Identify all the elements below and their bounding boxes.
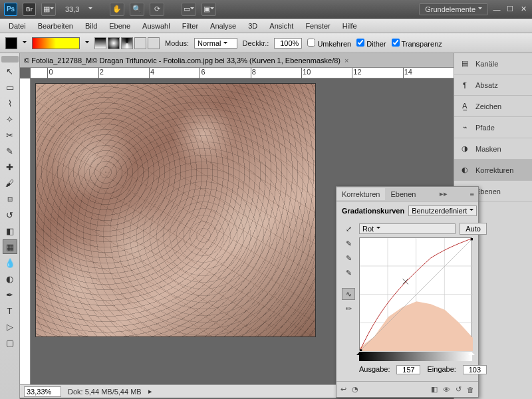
tab-close-icon[interactable]: × [344, 57, 348, 65]
gradient-linear-icon[interactable] [94, 37, 106, 49]
dither-checkbox[interactable]: Dither [356, 39, 386, 48]
menu-fenster[interactable]: Fenster [299, 20, 336, 32]
eyedropper-black-icon[interactable]: ✎ [342, 237, 355, 249]
menu-analyse[interactable]: Analyse [204, 20, 242, 32]
preset-dropdown[interactable]: Benutzerdefiniert [408, 205, 477, 216]
opacity-input[interactable]: 100% [274, 38, 302, 49]
pencil-mode-icon[interactable]: ✏ [342, 303, 355, 315]
bridge-icon[interactable]: Br [23, 3, 36, 16]
delete-icon[interactable]: 🗑 [467, 386, 474, 394]
output-input[interactable] [396, 365, 420, 374]
eraser-tool-icon[interactable]: ◧ [3, 223, 17, 238]
eyedropper-tool-icon[interactable]: ✎ [3, 144, 17, 158]
gradient-angle-icon[interactable] [121, 37, 133, 49]
status-doc-info: Dok: 5,44 MB/5,44 MB [68, 388, 142, 396]
maximize-icon[interactable]: ☐ [505, 5, 515, 13]
layout-dropdown[interactable]: ▦ [41, 3, 56, 16]
toolbar: ↖ ▭ ⌇ ✧ ✂ ✎ ✚ 🖌 ⧈ ↺ ◧ ▦ 💧 ◐ ✒ T ▷ ▢ [0, 53, 20, 399]
target-adjust-icon[interactable]: ⤢ [342, 223, 355, 235]
panel-pfade[interactable]: ⌁Pfade [454, 117, 532, 138]
menu-filter[interactable]: Filter [176, 20, 204, 32]
history-brush-icon[interactable]: ↺ [3, 207, 17, 222]
panel-tab-korrekturen[interactable]: Korrekturen [336, 188, 385, 200]
status-zoom-input[interactable] [24, 386, 61, 397]
curve-mode-icon[interactable]: ∿ [342, 288, 355, 300]
foreground-swatch[interactable] [5, 37, 17, 49]
arrange-dropdown[interactable]: ▭ [182, 3, 196, 16]
adjustments-icon: ◐ [460, 165, 470, 176]
mode-select[interactable]: Normal [194, 38, 237, 49]
wand-tool-icon[interactable]: ✧ [3, 112, 17, 126]
toggle-visibility-icon[interactable]: ◔ [352, 385, 358, 394]
panel-menu-icon[interactable]: ≡ [466, 190, 478, 198]
panel-korrekturen[interactable]: ◐Korrekturen [454, 160, 532, 181]
workspace-dropdown[interactable]: Grundelemente [419, 3, 488, 15]
stamp-tool-icon[interactable]: ⧈ [3, 192, 17, 206]
curve-input-slider[interactable] [359, 352, 472, 361]
clip-icon[interactable]: ◧ [431, 385, 438, 394]
reverse-checkbox[interactable]: Umkehren [307, 39, 351, 48]
menu-datei[interactable]: Datei [3, 20, 32, 32]
hand-tool-icon[interactable]: ✋ [110, 3, 124, 16]
app-titlebar: Ps Br ▦ 33,3 ✋ 🔍 ⟳ ▭ ▣ Grundelemente — ☐… [0, 0, 532, 19]
panel-zeichen[interactable]: A̲Zeichen [454, 96, 532, 117]
panel-tab-ebenen[interactable]: Ebenen [385, 188, 421, 200]
dodge-tool-icon[interactable]: ◐ [3, 271, 17, 286]
document-area: © Fotolia_212788_M© Dragan Trifunovic - … [20, 53, 454, 399]
panel-kanaele[interactable]: ▤Kanäle [454, 53, 532, 74]
reset-icon[interactable]: ↺ [456, 385, 462, 394]
close-icon[interactable]: ✕ [519, 5, 528, 13]
gradient-tool-icon[interactable]: ▦ [3, 239, 17, 254]
curves-title: Gradationskurven [342, 207, 404, 215]
brush-tool-icon[interactable]: 🖌 [3, 176, 17, 190]
gradient-preview[interactable] [32, 37, 80, 49]
toolbar-grip[interactable] [1, 56, 19, 63]
eyedropper-gray-icon[interactable]: ✎ [342, 252, 355, 264]
view-previous-icon[interactable]: 👁 [443, 386, 450, 394]
gradient-diamond-icon[interactable] [148, 37, 160, 49]
shape-tool-icon[interactable]: ▢ [3, 335, 17, 350]
blur-tool-icon[interactable]: 💧 [3, 255, 17, 270]
crop-tool-icon[interactable]: ✂ [3, 128, 17, 142]
zoom-level[interactable]: 33,3 [61, 5, 83, 13]
heal-tool-icon[interactable]: ✚ [3, 160, 17, 174]
transparency-checkbox[interactable]: Transparenz [392, 39, 442, 48]
black-point-handle[interactable] [356, 348, 363, 355]
curves-graph[interactable] [359, 237, 472, 350]
status-arrow-icon[interactable]: ▸ [148, 387, 152, 396]
menu-ebene[interactable]: Ebene [103, 20, 136, 32]
document-tab[interactable]: © Fotolia_212788_M© Dragan Trifunovic - … [24, 57, 340, 65]
pen-tool-icon[interactable]: ✒ [3, 287, 17, 302]
return-icon[interactable]: ↩ [340, 385, 346, 394]
menu-ansicht[interactable]: Ansicht [263, 20, 299, 32]
input-input[interactable] [463, 365, 487, 374]
marquee-tool-icon[interactable]: ▭ [3, 80, 17, 94]
path-tool-icon[interactable]: ▷ [3, 319, 17, 334]
ps-logo-icon: Ps [4, 3, 17, 16]
screen-mode-dropdown[interactable]: ▣ [201, 3, 216, 16]
menu-hilfe[interactable]: Hilfe [336, 20, 363, 32]
channels-icon: ▤ [460, 59, 470, 69]
panel-absatz[interactable]: ¶Absatz [454, 74, 532, 96]
menu-bearbeiten[interactable]: Bearbeiten [32, 20, 79, 32]
rotate-view-icon[interactable]: ⟳ [150, 3, 164, 16]
panel-collapse-icon[interactable]: ▸▸ [436, 190, 452, 198]
menu-bild[interactable]: Bild [79, 20, 103, 32]
lasso-tool-icon[interactable]: ⌇ [3, 96, 17, 110]
menu-auswahl[interactable]: Auswahl [136, 20, 176, 32]
eyedropper-white-icon[interactable]: ✎ [342, 267, 355, 279]
gradient-radial-icon[interactable] [108, 37, 120, 49]
channel-dropdown[interactable]: Rot [359, 223, 456, 234]
minimize-icon[interactable]: — [492, 5, 501, 13]
type-tool-icon[interactable]: T [3, 303, 17, 318]
opacity-label: Deckkr.: [243, 39, 269, 47]
zoom-tool-icon[interactable]: 🔍 [130, 3, 144, 16]
auto-button[interactable]: Auto [460, 223, 487, 235]
options-bar: Modus: Normal Deckkr.: 100% Umkehren Dit… [0, 33, 532, 53]
gradient-reflected-icon[interactable] [134, 37, 146, 49]
input-label: Eingabe: [427, 365, 456, 374]
move-tool-icon[interactable]: ↖ [3, 64, 17, 78]
white-point-handle[interactable] [468, 348, 475, 355]
menu-3d[interactable]: 3D [242, 20, 263, 32]
panel-masken[interactable]: ◑Masken [454, 138, 532, 160]
